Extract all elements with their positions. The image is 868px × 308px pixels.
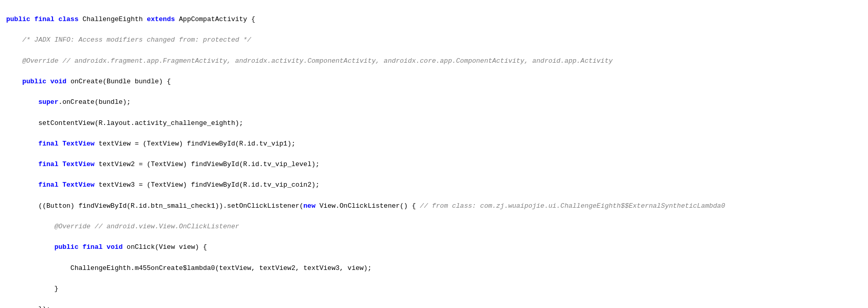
- line-4: public void onCreate(Bundle bundle) {: [6, 77, 862, 87]
- line-9: final TextView textView3 = (TextView) fi…: [6, 180, 862, 190]
- line-13: ChallengeEighth.m455onCreate$lambda0(tex…: [6, 263, 862, 274]
- line-3: @Override // androidx.fragment.app.Fragm…: [6, 56, 862, 66]
- line-8: final TextView textView2 = (TextView) fi…: [6, 159, 862, 170]
- line-15: });: [6, 304, 862, 308]
- line-1: public final class ChallengeEighth exten…: [6, 14, 862, 25]
- line-11: @Override // android.view.View.OnClickLi…: [6, 222, 862, 232]
- line-5: super.onCreate(bundle);: [6, 97, 862, 107]
- code-editor: public final class ChallengeEighth exten…: [0, 0, 868, 308]
- line-14: }: [6, 284, 862, 294]
- line-7: final TextView textView = (TextView) fin…: [6, 139, 862, 149]
- line-6: setContentView(R.layout.activity_challen…: [6, 118, 862, 129]
- line-2: /* JADX INFO: Access modifiers changed f…: [6, 35, 862, 45]
- line-12: public final void onClick(View view) {: [6, 242, 862, 252]
- line-10: ((Button) findViewById(R.id.btn_smali_ch…: [6, 201, 862, 211]
